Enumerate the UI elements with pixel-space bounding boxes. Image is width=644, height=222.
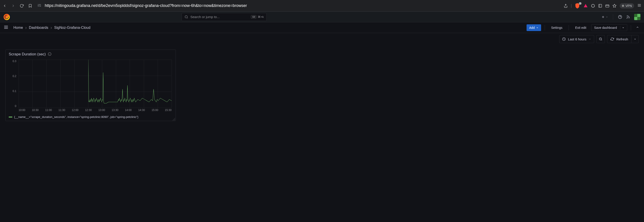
menu-toggle[interactable] [4, 25, 8, 30]
refresh-icon [610, 37, 614, 41]
settings-button[interactable]: Settings [548, 24, 565, 31]
dashboard-toolbar: Last 6 hours Refresh [0, 33, 644, 45]
help-icon [618, 15, 622, 19]
x-axis: 10:0010:3011:0011:3012:0012:3013:0013:30… [18, 109, 172, 112]
extensions-icon[interactable] [591, 4, 595, 8]
info-icon[interactable] [48, 52, 52, 56]
save-dropdown[interactable] [620, 26, 624, 29]
rss-icon [626, 15, 630, 19]
exit-edit-button[interactable]: Exit edit [572, 24, 589, 31]
topnav-right [601, 14, 640, 20]
share-icon[interactable] [564, 4, 568, 8]
dashboard-actions: Add Settings Exit edit Save dashboard [526, 24, 640, 31]
site-settings-icon[interactable] [38, 3, 41, 8]
chart-area[interactable]: 0.3 0.2 0.1 0 10:0010:3011:0011:3012:001… [9, 60, 172, 112]
panel-scrape-duration: Scrape Duration (sec) 0.3 0.2 0.1 0 10:0… [5, 50, 176, 121]
svg-rect-11 [598, 4, 602, 7]
shields-count: 3 [579, 2, 582, 5]
chevron-up-icon [636, 26, 639, 29]
grafana-logo[interactable] [4, 14, 10, 20]
vpn-toggle[interactable]: VPN [620, 3, 634, 8]
svg-marker-10 [584, 4, 588, 7]
panel-header[interactable]: Scrape Duration (sec) [9, 52, 172, 56]
brave-rewards-icon[interactable] [584, 3, 588, 8]
news-button[interactable] [626, 15, 630, 19]
legend-label: {__name__="scrape_duration_seconds", ins… [14, 115, 138, 119]
user-avatar[interactable] [634, 14, 640, 20]
brave-shields-icon[interactable]: 3 [575, 3, 580, 8]
bookmark-icon[interactable] [28, 4, 32, 8]
zoom-out-button[interactable] [596, 35, 605, 43]
divider [613, 14, 613, 20]
create-button[interactable] [601, 15, 608, 19]
svg-rect-13 [606, 5, 609, 7]
divider [545, 25, 545, 30]
y-axis: 0.3 0.2 0.1 0 [9, 60, 18, 108]
y-tick: 0.1 [9, 90, 18, 93]
clock-icon [562, 37, 566, 41]
y-tick: 0 [9, 105, 18, 108]
breadcrumb-sep: › [25, 25, 27, 30]
save-dashboard-button[interactable]: Save dashboard [591, 24, 627, 31]
collapse-button[interactable] [634, 24, 640, 31]
chevron-down-icon [622, 26, 624, 29]
panel-title: Scrape Duration (sec) [9, 52, 46, 56]
plus-icon [601, 15, 605, 19]
chevron-down-icon [588, 37, 591, 41]
url-bar-wrap [35, 2, 561, 10]
dashboard-header: Home › Dashboards › SigNoz-Grafana-Cloud… [0, 22, 644, 33]
chart-line [18, 60, 172, 105]
y-tick: 0.2 [9, 75, 18, 78]
grafana-topnav: Search or jump to... ⌨ ⌘+k [0, 12, 644, 22]
legend-swatch [9, 117, 12, 117]
wallet-icon[interactable] [605, 4, 609, 8]
leo-icon[interactable] [612, 4, 616, 8]
svg-line-30 [602, 40, 602, 40]
search-placeholder: Search or jump to... [190, 15, 249, 19]
chevron-down-icon [606, 16, 608, 18]
forward-icon[interactable] [11, 4, 15, 8]
breadcrumb-home[interactable]: Home [14, 26, 23, 30]
refresh-group: Refresh [607, 35, 639, 43]
zoom-out-icon [599, 37, 602, 41]
vpn-label: VPN [626, 4, 632, 7]
divider [568, 25, 569, 30]
breadcrumbs: Home › Dashboards › SigNoz-Grafana-Cloud [14, 25, 90, 30]
browser-menu-icon[interactable] [637, 3, 641, 8]
time-range-picker[interactable]: Last 6 hours [559, 35, 594, 43]
search-bar[interactable]: Search or jump to... ⌨ ⌘+k [182, 13, 267, 21]
browser-right-group: | 3 VPN [564, 3, 641, 8]
chevron-down-icon [536, 26, 538, 29]
vpn-status-dot [622, 5, 624, 7]
breadcrumb-dashboards[interactable]: Dashboards [29, 26, 48, 30]
reload-icon[interactable] [20, 4, 24, 8]
browser-chrome: | 3 VPN [0, 0, 644, 12]
search-shortcut: ⌨ ⌘+k [251, 15, 264, 18]
breadcrumb-sep: › [50, 25, 52, 30]
resize-handle[interactable] [172, 118, 175, 120]
svg-line-19 [187, 18, 188, 18]
chevron-down-icon [634, 38, 636, 40]
breadcrumb-current: SigNoz-Grafana-Cloud [54, 26, 90, 30]
sidebar-icon[interactable] [598, 4, 602, 8]
plot-area [18, 60, 172, 108]
refresh-button[interactable]: Refresh [607, 35, 632, 43]
add-button[interactable]: Add [526, 24, 541, 31]
divider [631, 25, 631, 30]
url-input[interactable] [45, 2, 561, 10]
svg-point-18 [185, 16, 188, 18]
refresh-interval-dropdown[interactable] [632, 35, 639, 43]
browser-nav-group [3, 4, 32, 8]
search-icon [184, 15, 188, 19]
help-button[interactable] [618, 15, 622, 19]
back-icon[interactable] [3, 4, 7, 8]
keyboard-icon: ⌨ [251, 15, 256, 18]
legend[interactable]: {__name__="scrape_duration_seconds", ins… [9, 114, 172, 119]
svg-marker-14 [613, 4, 616, 7]
divider: | [571, 3, 572, 8]
y-tick: 0.3 [9, 60, 18, 63]
svg-point-24 [627, 18, 627, 18]
